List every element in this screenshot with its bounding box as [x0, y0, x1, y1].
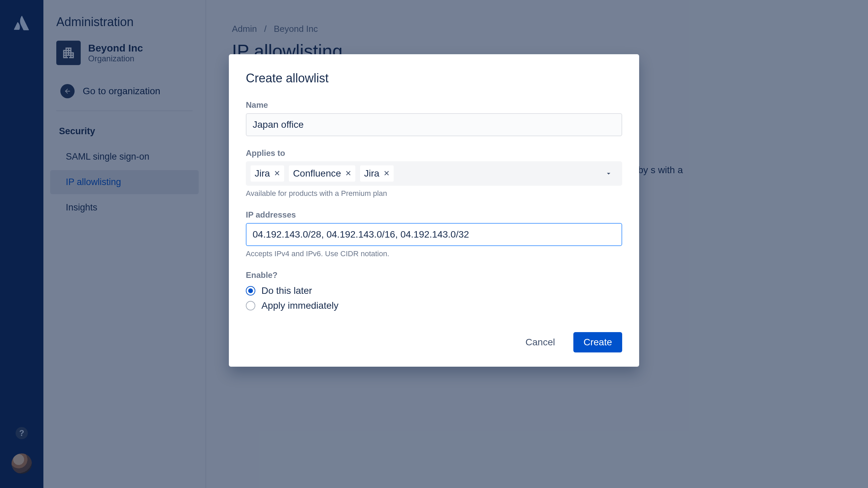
create-button[interactable]: Create: [573, 332, 622, 352]
remove-tag-icon[interactable]: ✕: [345, 170, 351, 177]
tag-label: Jira: [364, 168, 379, 179]
applies-to-select[interactable]: Jira ✕ Confluence ✕ Jira ✕: [246, 161, 622, 186]
chevron-down-icon[interactable]: [605, 169, 613, 178]
remove-tag-icon[interactable]: ✕: [383, 170, 390, 177]
enable-label: Enable?: [246, 270, 622, 280]
applies-to-tag: Jira ✕: [251, 165, 284, 182]
enable-radio-later[interactable]: [246, 286, 255, 296]
create-allowlist-modal: Create allowlist Name Applies to Jira ✕ …: [229, 54, 639, 367]
modal-overlay[interactable]: Create allowlist Name Applies to Jira ✕ …: [0, 0, 868, 488]
enable-radio-later-label: Do this later: [261, 285, 312, 296]
remove-tag-icon[interactable]: ✕: [274, 170, 280, 177]
name-input[interactable]: [246, 113, 622, 136]
cancel-button[interactable]: Cancel: [515, 332, 565, 352]
ip-addresses-helper: Accepts IPv4 and IPv6. Use CIDR notation…: [246, 249, 622, 258]
applies-to-tag: Confluence ✕: [289, 165, 355, 182]
tag-label: Jira: [255, 168, 270, 179]
modal-title: Create allowlist: [246, 71, 622, 85]
applies-to-tag: Jira ✕: [360, 165, 394, 182]
tag-label: Confluence: [293, 168, 341, 179]
enable-radio-immediate-label: Apply immediately: [261, 300, 338, 311]
applies-to-label: Applies to: [246, 148, 622, 158]
ip-addresses-input[interactable]: [246, 223, 622, 246]
enable-radio-immediate[interactable]: [246, 301, 255, 310]
name-label: Name: [246, 100, 622, 110]
applies-to-helper: Available for products with a Premium pl…: [246, 189, 622, 198]
ip-addresses-label: IP addresses: [246, 210, 622, 220]
